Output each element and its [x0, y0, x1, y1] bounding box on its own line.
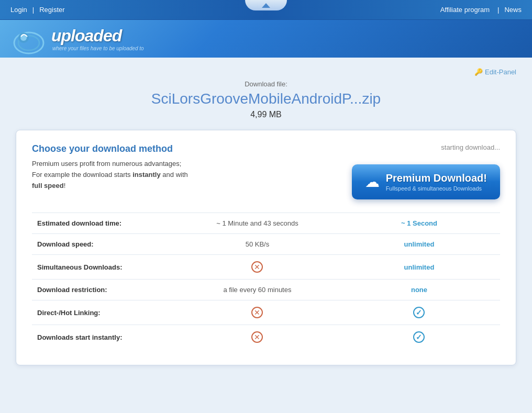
row-free-value: 50 KB/s [176, 234, 338, 255]
table-row: Download restriction:a file every 60 min… [32, 280, 500, 300]
row-label: Estimated download time: [32, 213, 176, 234]
login-link[interactable]: Login [10, 6, 27, 14]
download-desc: Premium users profit from numerous advan… [32, 159, 352, 191]
download-method-title: Choose your download method [32, 143, 352, 154]
file-size: 4,99 MB [16, 110, 516, 119]
table-row: Download speed:50 KB/sunlimited [32, 234, 500, 255]
edit-panel-link[interactable]: 🔑 Edit-Panel [474, 68, 516, 76]
table-row: Direct-/Hot Linking:✕✓ [32, 300, 500, 325]
download-file-label: Download file: [16, 80, 516, 88]
row-label: Simultaneous Downloads: [32, 255, 176, 280]
affiliate-link[interactable]: Affiliate program [440, 6, 490, 14]
table-row: Downloads start instantly:✕✓ [32, 325, 500, 350]
row-free-value: ✕ [176, 325, 338, 350]
row-free-value: ~ 1 Minute and 43 seconds [176, 213, 338, 234]
premium-download-button[interactable]: ☁ Premium Download! Fullspeed & simultan… [352, 164, 500, 199]
nav-separator-2: | [497, 6, 499, 14]
row-premium-value: none [338, 280, 500, 300]
row-premium-value: unlimited [338, 255, 500, 280]
table-row: Estimated download time:~ 1 Minute and 4… [32, 213, 500, 234]
row-premium-value: ~ 1 Second [338, 213, 500, 234]
row-label: Direct-/Hot Linking: [32, 300, 176, 325]
row-label: Download restriction: [32, 280, 176, 300]
premium-btn-subtitle: Fullspeed & simultaneous Downloads [386, 185, 487, 192]
news-link[interactable]: News [504, 6, 522, 14]
download-box: Choose your download method Premium user… [16, 130, 516, 365]
row-free-value: a file every 60 minutes [176, 280, 338, 300]
logo-brand: uploaded [51, 26, 144, 46]
svg-marker-0 [262, 3, 270, 8]
row-free-value: ✕ [176, 255, 338, 280]
key-icon: 🔑 [474, 68, 483, 76]
file-name: SciLorsGrooveMobileAndroidP...zip [16, 91, 516, 107]
starting-download-text: starting download... [425, 143, 500, 151]
row-premium-value: unlimited [338, 234, 500, 255]
row-premium-value: ✓ [338, 325, 500, 350]
row-label: Download speed: [32, 234, 176, 255]
comparison-table: Estimated download time:~ 1 Minute and 4… [32, 213, 500, 349]
nav-separator-1: | [32, 6, 34, 14]
register-link[interactable]: Register [39, 6, 64, 14]
premium-btn-title: Premium Download! [386, 172, 487, 184]
edit-panel-label: Edit-Panel [485, 68, 516, 76]
row-premium-value: ✓ [338, 300, 500, 325]
logo: uploaded where your files have to be upl… [10, 22, 144, 56]
table-row: Simultaneous Downloads:✕unlimited [32, 255, 500, 280]
row-free-value: ✕ [176, 300, 338, 325]
cloud-icon: ☁ [365, 173, 380, 191]
row-label: Downloads start instantly: [32, 325, 176, 350]
logo-tagline: where your files have to be uploaded to [52, 46, 144, 51]
